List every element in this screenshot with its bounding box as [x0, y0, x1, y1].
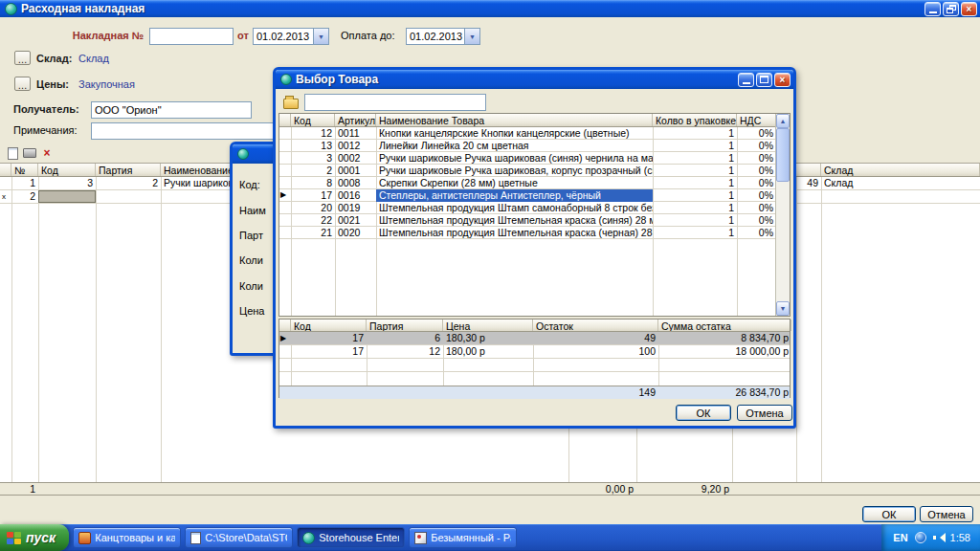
- product-dialog-titlebar[interactable]: Выбор Товара ×: [276, 70, 793, 89]
- table-row[interactable]: 20 0019 Штемпельная продукция Штамп само…: [279, 202, 790, 214]
- date-from-combo[interactable]: 01.02.2013 ▼: [253, 28, 329, 45]
- col-header-vat[interactable]: НДС: [737, 114, 776, 126]
- cancel-button[interactable]: Отмена: [737, 405, 792, 421]
- item-field-label: Парт: [239, 230, 263, 241]
- product-grid: Код Артикул Наименование Товара Колво в …: [278, 113, 791, 317]
- product-search-input[interactable]: [304, 94, 486, 111]
- scrollbar-thumb[interactable]: [776, 128, 790, 182]
- col-header-pack[interactable]: Колво в упаковке: [653, 114, 737, 126]
- col-header-batch[interactable]: Партия: [367, 320, 443, 331]
- scroll-up-button[interactable]: ▲: [776, 114, 790, 128]
- col-header-gutter: [279, 114, 291, 126]
- cell-code: 2: [291, 165, 335, 176]
- cell-article: 0001: [335, 165, 376, 176]
- table-row[interactable]: 17 12 180,00 р 100 18 000,00 р: [279, 345, 790, 359]
- task-label: Канцтовары и канц...: [95, 532, 175, 543]
- cell-article: 0021: [335, 214, 376, 226]
- vertical-scrollbar[interactable]: ▲ ▼: [775, 114, 790, 316]
- table-row[interactable]: 8 0008 Скрепки Скрепки (28 мм) цветные 1…: [279, 177, 790, 189]
- cell-code: 17: [291, 345, 367, 358]
- col-header-code[interactable]: Код: [291, 114, 335, 126]
- col-header-blank[interactable]: [796, 164, 821, 176]
- col-header-stock[interactable]: Остаток: [533, 320, 658, 331]
- ok-button[interactable]: ОК: [676, 405, 731, 421]
- table-row-selected[interactable]: ▶ 17 6 180,30 р 49 8 834,70 р: [279, 332, 790, 345]
- cell-code: 12: [291, 127, 335, 139]
- task-label: Storehouse Enterprise: [319, 532, 399, 543]
- tray-volume-icon[interactable]: [933, 533, 944, 542]
- restore-button[interactable]: [943, 2, 959, 16]
- chevron-down-icon[interactable]: ▼: [464, 29, 479, 44]
- taskbar-task-folder[interactable]: C:\Store\Data\STOR...: [185, 527, 293, 548]
- cell-vat: 0%: [737, 227, 776, 238]
- table-row[interactable]: 3 0002 Ручки шариковые Ручка шариковая (…: [279, 152, 790, 165]
- invoice-no-input[interactable]: [149, 28, 234, 45]
- cell-name: Скрепки Скрепки (28 мм) цветные: [376, 177, 653, 188]
- main-window-titlebar[interactable]: Расходная накладная ×: [0, 0, 980, 17]
- col-header-warehouse[interactable]: Склад: [821, 164, 980, 176]
- new-row-button[interactable]: [5, 145, 20, 161]
- stock-grid: Код Партия Цена Остаток Сумма остатка ▶ …: [278, 319, 791, 398]
- pay-until-combo[interactable]: 01.02.2013 ▼: [406, 28, 480, 45]
- prices-picker-button[interactable]: …: [14, 77, 31, 91]
- tray-network-icon[interactable]: [915, 532, 926, 543]
- cancel-button[interactable]: Отмена: [920, 506, 973, 522]
- table-row-selected[interactable]: ▶ 17 0016 Степлеры, антистеплеры Антисте…: [279, 189, 790, 202]
- table-row[interactable]: 2 0001 Ручки шариковые Ручка шариковая, …: [279, 165, 790, 177]
- start-button[interactable]: пуск: [0, 524, 69, 551]
- delete-row-button[interactable]: ×: [39, 145, 55, 161]
- table-row[interactable]: 22 0021 Штемпельная продукция Штемпельна…: [279, 214, 790, 227]
- storehouse-icon: [302, 532, 315, 544]
- col-header-article[interactable]: Артикул: [335, 114, 376, 126]
- col-header-sum[interactable]: Сумма остатка: [658, 320, 791, 331]
- taskbar-task-catalog[interactable]: Канцтовары и канц...: [73, 527, 181, 548]
- col-header-batch[interactable]: Партия: [96, 164, 161, 176]
- col-header-num[interactable]: №: [11, 164, 38, 176]
- cell-article: 0020: [335, 227, 376, 238]
- col-header-price[interactable]: Цена: [443, 320, 533, 331]
- close-button[interactable]: ×: [961, 2, 977, 16]
- clock[interactable]: 1:58: [950, 532, 970, 543]
- col-header-name[interactable]: Наименование Товара: [376, 114, 653, 126]
- minimize-button[interactable]: [738, 73, 754, 87]
- cell-name: Ручки шариковые Ручка шариковая (синяя) …: [376, 152, 653, 164]
- cell-code: 20: [291, 202, 335, 213]
- system-tray: EN 1:58: [881, 524, 980, 551]
- dialog-title: Выбор Товара: [296, 73, 378, 86]
- open-folder-button[interactable]: [280, 93, 301, 111]
- cell-stock: 100: [533, 345, 658, 358]
- cell-batch: 6: [367, 332, 443, 344]
- table-row-empty[interactable]: [279, 359, 790, 372]
- scroll-down-button[interactable]: ▼: [776, 301, 790, 316]
- warehouse-picker-button[interactable]: …: [14, 51, 31, 65]
- ok-button[interactable]: ОК: [862, 506, 916, 522]
- cell-code: 17: [291, 332, 367, 344]
- cell-vat: 0%: [737, 152, 776, 164]
- chevron-down-icon[interactable]: ▼: [313, 29, 328, 44]
- close-button[interactable]: ×: [774, 73, 791, 87]
- table-row[interactable]: 21 0020 Штемпельная продукция Штемпельна…: [279, 227, 790, 239]
- cell-code: 21: [291, 227, 335, 238]
- cell-article: 0008: [335, 177, 376, 188]
- folder-icon: [283, 99, 299, 109]
- selected-cell[interactable]: [38, 190, 96, 203]
- cell-warehouse: Склад: [821, 177, 980, 189]
- print-button[interactable]: [22, 145, 37, 161]
- language-indicator[interactable]: EN: [893, 532, 907, 543]
- recipient-input[interactable]: [91, 101, 252, 119]
- taskbar-task-paint[interactable]: Безымянный - Paint: [409, 527, 517, 548]
- table-row[interactable]: 13 0012 Линейки Линейка 20 см цветная 1 …: [279, 140, 790, 152]
- prices-value: Закупочная: [78, 78, 135, 90]
- cell-vat: 0%: [737, 202, 776, 213]
- table-row[interactable]: 12 0011 Кнопки канцелярские Кнопки канце…: [279, 127, 790, 140]
- cell-batch: 2: [96, 177, 161, 189]
- stock-grid-header: Код Партия Цена Остаток Сумма остатка: [279, 320, 790, 332]
- minimize-button[interactable]: [924, 2, 941, 16]
- col-header-code[interactable]: Код: [38, 164, 96, 176]
- col-header-code[interactable]: Код: [291, 320, 367, 331]
- taskbar-task-storehouse[interactable]: Storehouse Enterprise: [297, 527, 405, 548]
- cell-vat: 0%: [737, 214, 776, 226]
- col-header-gutter: [0, 164, 11, 176]
- maximize-button[interactable]: [756, 73, 772, 87]
- task-label: Безымянный - Paint: [431, 532, 511, 543]
